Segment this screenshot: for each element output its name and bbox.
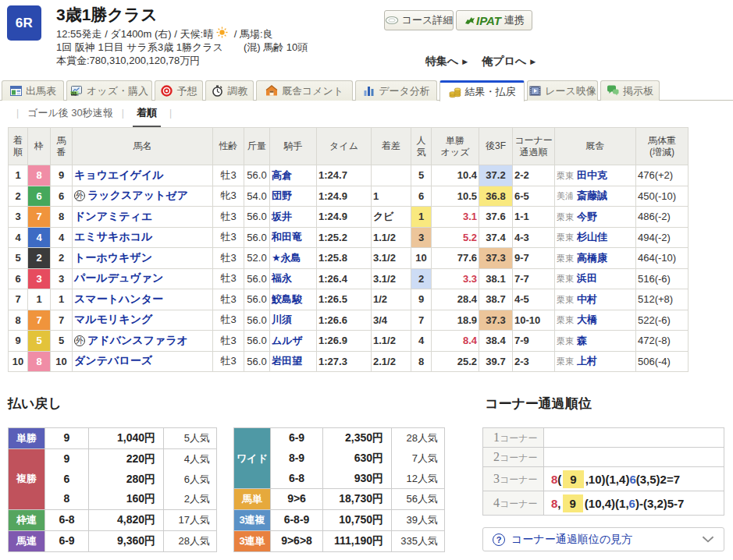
tab-調教[interactable]: 調教 [205, 80, 254, 101]
payout-popularity-value: 7人気 [392, 448, 444, 469]
win-odds: 10.4 [432, 165, 479, 186]
ipat-horse-icon [464, 14, 476, 27]
horse-name-link[interactable]: ドンアミティエ [74, 210, 152, 222]
sex-age: 牡3 [213, 289, 244, 310]
corner-row-3: 3コーナー8(9,10)(1,4)6(3,5)2=7 [483, 467, 724, 491]
subnav-item-0[interactable]: ゴール後 30秒速報 [27, 106, 113, 120]
stable-region: 栗東 [557, 315, 574, 324]
subnav-item-1[interactable]: 着順 [133, 106, 161, 127]
horse-name-link[interactable]: スマートハンター [74, 292, 163, 305]
trainer-link[interactable]: 中村 [577, 293, 597, 305]
frame-number: 7 [28, 310, 51, 331]
trainer-link[interactable]: 杉山佳 [577, 231, 607, 243]
col-header-馬名: 馬名 [73, 128, 213, 165]
horse-weight: 516(-6) [636, 268, 689, 289]
jockey-link[interactable]: 高倉 [272, 169, 292, 181]
tab-結果・払戻[interactable]: 結果・払戻 [439, 80, 525, 101]
trainer-link[interactable]: 高橋康 [577, 252, 607, 264]
trainer-link[interactable]: 浜田 [577, 272, 597, 284]
corner-positions: 4-3 [513, 227, 555, 248]
tab-予想[interactable]: 予想 [155, 80, 203, 101]
stable-region: 栗東 [557, 274, 574, 283]
finish-time: 1:26.4 [317, 268, 372, 289]
horse-number: 8 [51, 207, 73, 228]
col-header-枠: 枠 [28, 128, 51, 165]
race-number-badge: 6R [7, 5, 41, 41]
payout-combination: 6-8-9 [271, 510, 323, 531]
trainer-link[interactable]: 上村 [577, 355, 597, 367]
ipat-label: 連携 [504, 13, 525, 27]
quick-link-0[interactable]: 特集へ▶ [425, 55, 468, 69]
highlighted-horse-number: 9 [563, 470, 583, 488]
finish-time: 1:27.3 [317, 351, 372, 372]
last-3f: 36.8 [479, 186, 513, 207]
jockey-link[interactable]: 鮫島駿 [272, 293, 302, 305]
tab-オッズ・購入[interactable]: ODDSオッズ・購入 [66, 80, 152, 101]
sex-age: 牡3 [213, 268, 244, 289]
trainer-link[interactable]: 今野 [577, 211, 597, 222]
win-odds: 3.1 [432, 207, 479, 228]
last-3f: 37.4 [479, 227, 513, 248]
jockey-link[interactable]: 川須 [272, 314, 292, 325]
horse-name-link[interactable]: エミサキホコル [74, 230, 152, 243]
odds-icon: ODDS [70, 85, 83, 97]
horse-name-link[interactable]: アドバンスファラオ [87, 334, 188, 346]
payout-combo-value: 6-8-9 [271, 510, 322, 530]
tab-厩舎コメント[interactable]: 厩舎コメント [256, 80, 353, 101]
tab-レース映像[interactable]: レース映像 [527, 80, 598, 101]
board-icon [607, 85, 619, 97]
horse-name-link[interactable]: キョウエイゲイル [74, 168, 164, 181]
payout-type-label: 単勝 [9, 428, 45, 449]
stable-region: 栗東 [557, 336, 574, 346]
jockey-link[interactable]: 団野 [272, 190, 292, 201]
jockey-link[interactable]: 岩田望 [272, 355, 302, 367]
horse-name-link[interactable]: トーホウキザン [74, 251, 152, 264]
payout-popularity-value: 12人気 [392, 469, 444, 489]
stable-comment-icon [265, 85, 278, 97]
trainer-link[interactable]: 斎藤誠 [577, 190, 607, 201]
horse-name-link[interactable]: ダンテバローズ [74, 354, 152, 367]
payout-amount-value: 160円 [89, 489, 163, 509]
carried-weight: 56.0 [244, 351, 270, 372]
finish-time: 1:25.2 [317, 227, 372, 248]
tab-掲示板[interactable]: 掲示板 [600, 80, 660, 101]
payout-popularity: 28人気 [164, 530, 217, 551]
trainer-link[interactable]: 森 [577, 335, 587, 346]
win-odds: 28.4 [432, 289, 479, 310]
jockey-link[interactable]: ★永島 [272, 252, 301, 264]
payout-amount: 10,750円 [323, 510, 392, 531]
payout-amount: 4,820円 [89, 510, 164, 531]
margin: 1.1/2 [372, 331, 411, 352]
stable-cell: 栗東今野 [555, 207, 636, 228]
horse-name-link[interactable]: ラックスアットゼア [87, 189, 188, 201]
horse-name-cell: マルモリキング [73, 310, 213, 331]
course-detail-button[interactable]: コース詳細 [384, 10, 454, 30]
corner-order-help[interactable]: ? コーナー通過順位の見方 [482, 527, 724, 551]
jockey-link[interactable]: 和田竜 [272, 231, 302, 243]
quick-link-1[interactable]: 俺プロへ▶ [482, 55, 536, 69]
col-header-着差: 着差 [372, 128, 411, 165]
horse-weight: 494(-2) [636, 227, 689, 248]
horse-number: 2 [51, 248, 73, 269]
result-row-7: 711スマートハンター牡356.0鮫島駿1:26.51/2928.438.74-… [9, 289, 689, 310]
jockey-cell: 川須 [270, 310, 317, 331]
carried-weight: 56.0 [244, 227, 270, 248]
tab-データ分析[interactable]: データ分析 [355, 80, 437, 101]
horse-name-link[interactable]: マルモリキング [74, 313, 152, 325]
jockey-link[interactable]: ムルザ [272, 335, 303, 346]
tab-出馬表[interactable]: 出馬表 [2, 80, 64, 101]
payout-amount: 2,350円630円930円 [323, 428, 392, 489]
carried-weight: 56.0 [244, 268, 270, 289]
ipat-logo-text: IPAT [476, 14, 501, 27]
horse-name-cell: 外ラックスアットゼア [73, 186, 213, 207]
trainer-link[interactable]: 田中克 [577, 169, 607, 181]
last-3f: 39.7 [479, 351, 513, 372]
ipat-link-button[interactable]: IPAT 連携 [456, 10, 532, 30]
jockey-link[interactable]: 坂井 [272, 211, 292, 222]
horse-name-cell: キョウエイゲイル [73, 165, 213, 186]
horse-name-link[interactable]: パールデュヴァン [74, 271, 163, 284]
chevron-down-icon[interactable] [702, 533, 714, 546]
finish-time: 1:24.7 [317, 165, 372, 186]
trainer-link[interactable]: 大橋 [577, 314, 597, 325]
jockey-link[interactable]: 福永 [272, 272, 292, 284]
